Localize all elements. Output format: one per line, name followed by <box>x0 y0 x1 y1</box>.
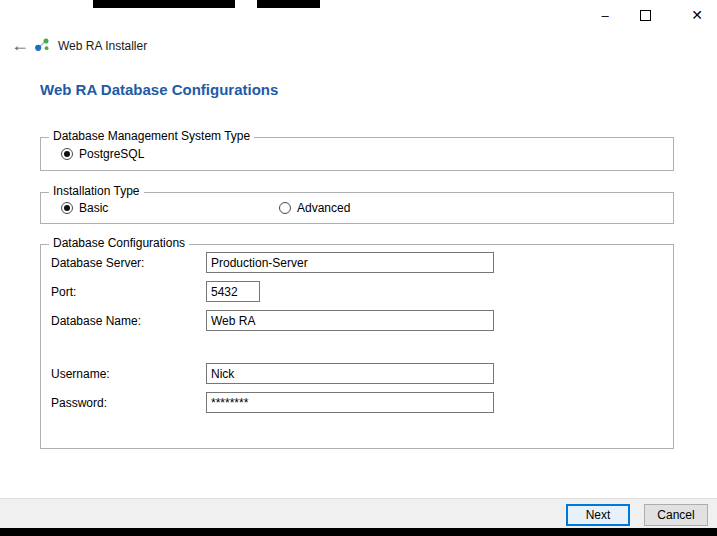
database-server-input[interactable] <box>206 252 494 273</box>
minimize-button[interactable]: – <box>589 2 621 28</box>
background-window-fragment <box>0 528 717 536</box>
cancel-button-label: Cancel <box>657 508 694 522</box>
page-title: Web RA Database Configurations <box>40 81 278 98</box>
group-database-configurations-legend: Database Configurations <box>49 236 189 250</box>
back-arrow-icon: ← <box>11 35 29 56</box>
installer-window: – ✕ ← Web RA Installer Web RA Database C… <box>0 0 717 536</box>
port-input[interactable] <box>206 281 260 302</box>
advanced-option[interactable]: Advanced <box>279 201 350 215</box>
close-icon: ✕ <box>691 7 703 23</box>
advanced-radio-label: Advanced <box>297 201 350 215</box>
password-label: Password: <box>51 396 107 410</box>
maximize-icon <box>640 10 651 21</box>
group-dbms-type: Database Management System Type PostgreS… <box>40 137 674 171</box>
username-label: Username: <box>51 367 110 381</box>
port-label: Port: <box>51 285 76 299</box>
next-button-label: Next <box>586 508 611 522</box>
maximize-button[interactable] <box>629 2 661 28</box>
database-name-input[interactable] <box>206 310 494 331</box>
group-database-configurations: Database Configurations Database Server:… <box>40 244 674 449</box>
group-installation-type: Installation Type Basic Advanced <box>40 192 674 224</box>
next-button[interactable]: Next <box>566 504 630 526</box>
close-button[interactable]: ✕ <box>681 2 713 28</box>
database-name-label: Database Name: <box>51 314 141 328</box>
password-input[interactable] <box>206 392 494 413</box>
basic-radio-label: Basic <box>79 201 108 215</box>
postgresql-option[interactable]: PostgreSQL <box>61 147 144 161</box>
app-logo-icon <box>34 37 50 53</box>
postgresql-radio[interactable] <box>61 148 73 160</box>
basic-option[interactable]: Basic <box>61 201 108 215</box>
group-dbms-type-legend: Database Management System Type <box>49 129 254 143</box>
advanced-radio[interactable] <box>279 202 291 214</box>
postgresql-radio-label: PostgreSQL <box>79 147 144 161</box>
group-installation-type-legend: Installation Type <box>49 184 144 198</box>
background-window-fragment <box>257 0 320 8</box>
username-input[interactable] <box>206 363 494 384</box>
basic-radio[interactable] <box>61 202 73 214</box>
app-title: Web RA Installer <box>58 39 147 53</box>
background-window-fragment <box>93 0 235 8</box>
minimize-icon: – <box>601 8 608 23</box>
back-button[interactable]: ← <box>8 33 32 57</box>
database-server-label: Database Server: <box>51 256 144 270</box>
cancel-button[interactable]: Cancel <box>644 504 708 526</box>
